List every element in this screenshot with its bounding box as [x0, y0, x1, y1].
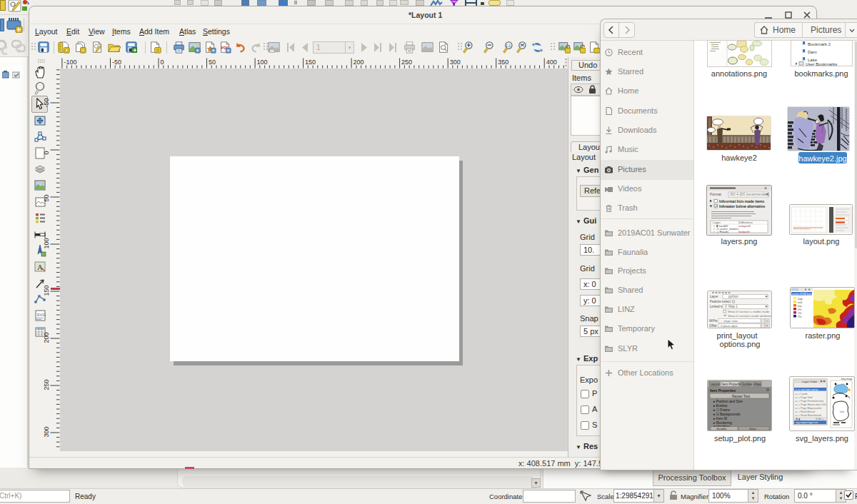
svg-text:python: python [728, 295, 738, 298]
svg-text:svg export layer set: svg export layer set [796, 421, 818, 424]
svg-text:high: high [798, 298, 803, 301]
svg-text:mid: mid [798, 301, 802, 304]
svg-text:Guides: Guides [742, 383, 753, 386]
svg-text:footpath: footpath [738, 230, 750, 233]
svg-text:Format: Format [710, 192, 721, 196]
svg-text:Offsk: Offsk [709, 324, 717, 328]
svg-text:▸ ☐ Lands: ▸ ☐ Lands [796, 393, 808, 395]
svg-text:▸ ☐ Page Watercolors 200: ▸ ☐ Page Watercolors 200 [796, 403, 826, 406]
svg-text:▤ ▮: ▤ ▮ [796, 418, 800, 420]
svg-text:300: 300 [43, 426, 50, 437]
svg-text:ISO A-200 (recommended): ISO A-200 (recommended) [730, 193, 769, 196]
svg-text:✓ ◇ Roads: ✓ ◇ Roads [713, 230, 729, 233]
svg-text:▸ Entities: ▸ Entities [713, 404, 728, 408]
svg-text:Feature select: Feature select [710, 300, 731, 303]
svg-text:F: F [766, 324, 768, 328]
svg-text:Show it/ section is visible in: Show it/ section is visible inside [728, 310, 770, 313]
svg-text:250: 250 [401, 59, 412, 66]
svg-text:0: 0 [43, 151, 50, 154]
svg-text:Value: Value [749, 427, 757, 430]
svg-text:iamgeoff: iamgeoff [738, 224, 751, 228]
svg-text:▸ ☐ Road Waterbased: ▸ ☐ Road Waterbased [796, 414, 821, 417]
svg-text:Variable: Variable [716, 427, 727, 430]
svg-text:200: 200 [354, 59, 364, 66]
svg-text:-50: -50 [112, 59, 121, 66]
svg-text:▸ Position and Size: ▸ Position and Size [713, 400, 743, 403]
svg-text:− slope ratio: − slope ratio [721, 319, 738, 323]
svg-text:lake: lake [840, 410, 844, 413]
svg-text:Atlas: Atlas [754, 383, 762, 386]
svg-text:Dam: Dam [808, 50, 817, 54]
svg-text:▸ Rendering: ▸ Rendering [713, 421, 732, 425]
svg-text:Layout: Layout [711, 383, 721, 386]
svg-text:300: 300 [450, 59, 461, 66]
svg-text:0: 0 [161, 59, 164, 66]
svg-text:▸ Item ID: ▸ Item ID [713, 417, 728, 420]
svg-text:User Bookmarks: User Bookmarks [806, 62, 837, 66]
svg-text:0 plain+dpst: 0 plain+dpst [721, 324, 738, 328]
svg-text:9%: 9% [798, 316, 802, 318]
svg-text:key map: key map [841, 377, 853, 380]
svg-text:Infowater below alternative: Infowater below alternative [719, 204, 765, 208]
svg-text:▸ ☐ Page Grid: ▸ ☐ Page Grid [796, 396, 812, 399]
svg-text:-50: -50 [43, 98, 50, 107]
svg-text:▸ ☐ Frame: ▸ ☐ Frame [713, 408, 731, 412]
svg-text:Raster Test: Raster Test [732, 394, 751, 398]
svg-text:C: C [766, 319, 768, 323]
svg-text:Layer Order: Layer Order [802, 380, 818, 383]
svg-text:raster RGB band: raster RGB band [792, 292, 813, 296]
svg-text:Infoormat lists made items: Infoormat lists made items [719, 199, 765, 203]
svg-text:▸ ☐ Page Mapvisualite: ▸ ☐ Page Mapvisualite [796, 407, 821, 410]
svg-text:350: 350 [498, 59, 508, 66]
svg-text:5%: 5% [798, 312, 802, 315]
svg-text:150: 150 [305, 59, 316, 66]
svg-text:Layer: Layer [710, 295, 718, 298]
svg-text:⊝ ⊞ ☐: ⊝ ⊞ ☐ [816, 418, 823, 420]
svg-text:400: 400 [546, 59, 557, 66]
svg-text:100: 100 [257, 59, 268, 66]
svg-text:100: 100 [43, 238, 50, 248]
svg-text:Show it/ sections inside attri: Show it/ sections inside attributes [728, 314, 771, 318]
svg-text:▸ ☐ Page Perimeter/axis: ▸ ☐ Page Perimeter/axis [796, 400, 824, 403]
svg-text:Item Properties: Item Properties [710, 388, 736, 393]
svg-text:low: low [798, 305, 802, 308]
svg-text:W/He: W/He [709, 319, 718, 323]
svg-text:50: 50 [43, 194, 50, 201]
svg-text:Bookmark 2: Bookmark 2 [808, 42, 831, 46]
svg-text:150: 150 [43, 285, 50, 296]
svg-text:0%: 0% [798, 308, 802, 311]
svg-text:▸ ☑ Backgrounds: ▸ ☑ Backgrounds [713, 413, 741, 416]
svg-text:50: 50 [209, 59, 216, 66]
svg-text:▸ ☑ svg layer group: ▸ ☑ svg layer group [796, 388, 818, 391]
svg-text:▸ ☐ Road Bernal: ▸ ☐ Road Bernal [796, 410, 815, 413]
svg-text:250: 250 [43, 379, 50, 390]
svg-text:0: Map 1: 0: Map 1 [725, 305, 738, 308]
svg-text:200: 200 [43, 332, 50, 343]
